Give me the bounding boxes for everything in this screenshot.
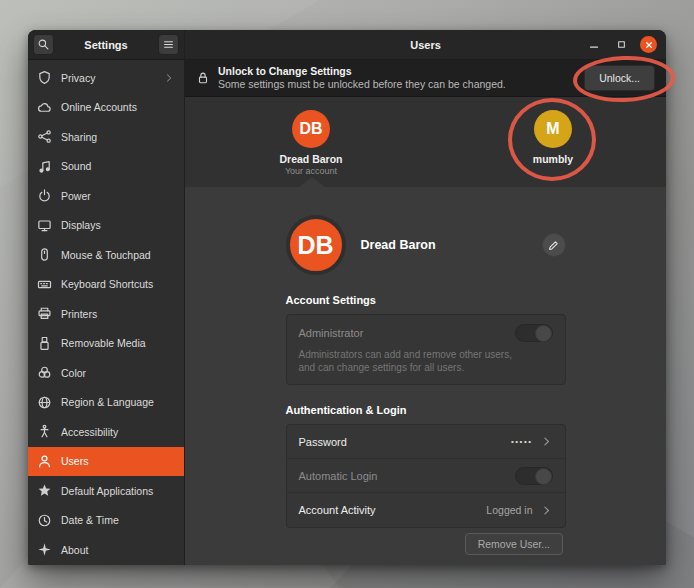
sidebar-item-power[interactable]: Power xyxy=(28,181,184,211)
share-icon xyxy=(37,129,52,144)
users-icon xyxy=(37,454,52,469)
close-icon xyxy=(643,39,655,51)
administrator-description: Administrators can add and remove other … xyxy=(299,348,514,374)
sidebar-item-label: Region & Language xyxy=(61,396,154,408)
selected-user-pointer xyxy=(299,177,325,187)
headerbar: Users xyxy=(185,30,666,60)
globe-icon xyxy=(37,395,52,410)
unlock-banner-title: Unlock to Change Settings xyxy=(218,65,506,78)
sidebar-item-online-accounts[interactable]: Online Accounts xyxy=(28,93,184,123)
auth-row-password[interactable]: Password ••••• xyxy=(287,425,565,459)
avatar: M xyxy=(534,110,572,148)
mouse-icon xyxy=(37,247,52,262)
desktop-background: Settings Privacy Online Accounts Sharing… xyxy=(0,0,694,588)
sidebar-item-label: Users xyxy=(61,455,88,467)
sidebar-item-label: Online Accounts xyxy=(61,101,137,113)
edit-name-button[interactable] xyxy=(542,233,566,257)
minimize-button[interactable] xyxy=(586,37,602,53)
displays-icon xyxy=(37,218,52,233)
sidebar-item-color[interactable]: Color xyxy=(28,358,184,388)
star-icon xyxy=(37,483,52,498)
authentication-card: Password ••••• Automatic Login Account A… xyxy=(286,424,566,528)
user-tab-mumbly[interactable]: M mumbly xyxy=(501,110,605,165)
auth-row-value: Logged in xyxy=(486,504,532,516)
sidebar-item-label: Default Applications xyxy=(61,485,153,497)
user-subtitle: Your account xyxy=(285,166,337,176)
sidebar-item-displays[interactable]: Displays xyxy=(28,211,184,241)
user-tab-dread-baron[interactable]: DB Dread Baron Your account xyxy=(259,110,363,176)
user-name: mumbly xyxy=(533,153,573,165)
pencil-icon xyxy=(547,239,560,252)
window-controls xyxy=(586,36,666,53)
user-switcher: DB Dread Baron Your account M mumbly xyxy=(185,97,666,187)
toggle-knob xyxy=(535,325,552,342)
sidebar-item-label: Date & Time xyxy=(61,514,119,526)
sidebar-item-about[interactable]: About xyxy=(28,535,184,565)
toggle[interactable] xyxy=(515,467,553,485)
sidebar-item-label: Removable Media xyxy=(61,337,146,349)
sidebar-title: Settings xyxy=(54,39,158,51)
sidebar-item-label: Sound xyxy=(61,160,91,172)
search-button[interactable] xyxy=(33,34,54,55)
sparkle-icon xyxy=(37,542,52,557)
sidebar-item-region-language[interactable]: Region & Language xyxy=(28,388,184,418)
sidebar-item-keyboard-shortcuts[interactable]: Keyboard Shortcuts xyxy=(28,270,184,300)
unlock-banner-subtitle: Some settings must be unlocked before th… xyxy=(218,78,506,91)
auth-row-account-activity[interactable]: Account Activity Logged in xyxy=(287,493,565,527)
close-button[interactable] xyxy=(640,36,657,53)
administrator-label: Administrator xyxy=(299,327,364,339)
power-icon xyxy=(37,188,52,203)
sidebar-item-label: Accessibility xyxy=(61,426,118,438)
color-icon xyxy=(37,365,52,380)
removable-icon xyxy=(37,336,52,351)
sidebar-item-label: Power xyxy=(61,190,91,202)
accessibility-icon xyxy=(37,424,52,439)
chevron-right-icon xyxy=(540,435,553,448)
auth-row-automatic-login[interactable]: Automatic Login xyxy=(287,459,565,493)
sound-icon xyxy=(37,159,52,174)
maximize-button[interactable] xyxy=(613,37,629,53)
sidebar-header: Settings xyxy=(28,30,184,60)
administrator-card: Administrator Administrators can add and… xyxy=(286,314,566,385)
user-detail-panel: DB Dread Baron Account Settings Administ… xyxy=(185,187,666,565)
unlock-banner: Unlock to Change Settings Some settings … xyxy=(185,60,666,97)
sidebar-item-removable-media[interactable]: Removable Media xyxy=(28,329,184,359)
administrator-toggle[interactable] xyxy=(515,324,553,342)
main-pane: Users Unlock to Change Settings xyxy=(185,30,666,565)
minimize-icon xyxy=(587,38,601,52)
user-name: Dread Baron xyxy=(279,153,342,165)
sidebar-item-label: About xyxy=(61,544,88,556)
maximize-icon xyxy=(615,38,628,51)
section-heading-account-settings: Account Settings xyxy=(286,294,566,306)
cloud-icon xyxy=(37,100,52,115)
section-heading-authentication: Authentication & Login xyxy=(286,404,566,416)
lock-icon xyxy=(196,71,210,85)
sidebar-item-label: Sharing xyxy=(61,131,97,143)
sidebar-item-users[interactable]: Users xyxy=(28,447,184,477)
sidebar-item-default-applications[interactable]: Default Applications xyxy=(28,476,184,506)
keyboard-icon xyxy=(37,277,52,292)
sidebar-item-label: Privacy xyxy=(61,72,95,84)
sidebar-item-mouse-touchpad[interactable]: Mouse & Touchpad xyxy=(28,240,184,270)
sidebar-item-sharing[interactable]: Sharing xyxy=(28,122,184,152)
sidebar-item-date-time[interactable]: Date & Time xyxy=(28,506,184,536)
unlock-banner-text: Unlock to Change Settings Some settings … xyxy=(218,65,506,91)
avatar: DB xyxy=(286,215,346,275)
sidebar-item-label: Color xyxy=(61,367,86,379)
user-full-name: Dread Baron xyxy=(361,238,436,252)
menu-button[interactable] xyxy=(158,34,179,55)
sidebar-nav: Privacy Online Accounts Sharing Sound Po… xyxy=(28,60,184,565)
sidebar-item-accessibility[interactable]: Accessibility xyxy=(28,417,184,447)
sidebar-item-printers[interactable]: Printers xyxy=(28,299,184,329)
hamburger-icon xyxy=(162,38,175,51)
auth-row-label: Password xyxy=(299,436,347,448)
sidebar-item-label: Displays xyxy=(61,219,101,231)
remove-user-button[interactable]: Remove User... xyxy=(465,533,563,555)
sidebar-item-label: Keyboard Shortcuts xyxy=(61,278,153,290)
settings-window: Settings Privacy Online Accounts Sharing… xyxy=(28,30,666,565)
sidebar-item-privacy[interactable]: Privacy xyxy=(28,63,184,93)
toggle-knob xyxy=(535,468,552,485)
unlock-button[interactable]: Unlock... xyxy=(584,65,655,91)
sidebar-item-sound[interactable]: Sound xyxy=(28,152,184,182)
sidebar: Settings Privacy Online Accounts Sharing… xyxy=(28,30,185,565)
